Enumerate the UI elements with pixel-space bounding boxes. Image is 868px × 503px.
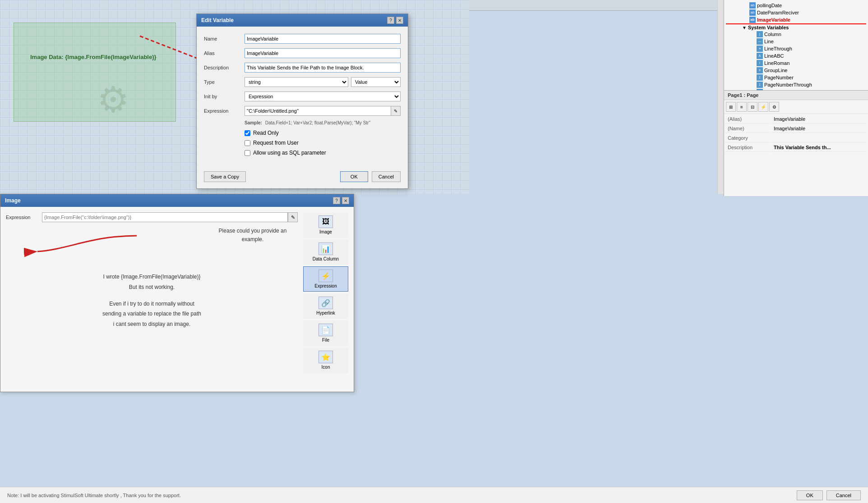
description-input[interactable] bbox=[245, 63, 401, 73]
requestuser-checkbox[interactable] bbox=[245, 140, 250, 146]
props-tool-lightning[interactable]: ⚡ bbox=[758, 102, 768, 112]
dialog-help-button[interactable]: ? bbox=[387, 17, 394, 24]
requestuser-row: Request from User bbox=[204, 140, 401, 146]
bottom-bar: Note: I will be activating StimulSoft Ul… bbox=[0, 487, 868, 503]
image-dialog-left: Expression ✎ Please could you provide an… bbox=[6, 212, 298, 373]
value-select[interactable]: Value List Range bbox=[351, 77, 401, 87]
type-selects: string int float bool datetime image Val… bbox=[245, 77, 401, 87]
groupLine-icon: # bbox=[757, 67, 763, 73]
ok-button[interactable]: OK bbox=[340, 171, 368, 182]
image-type-file-label: File bbox=[322, 338, 329, 343]
image-help-button[interactable]: ? bbox=[333, 197, 340, 204]
alias-input[interactable] bbox=[245, 48, 401, 58]
edit-variable-dialog: Edit Variable ? ✕ Name Alias Description… bbox=[196, 14, 408, 189]
properties-header: Page1 : Page bbox=[724, 91, 868, 100]
image-dialog: Image ? ✕ Expression ✎ bbox=[0, 194, 354, 392]
wrote-text: I wrote {Image.FromFile(ImageVariable)} … bbox=[6, 272, 298, 293]
image-icon: 🖼 bbox=[319, 215, 333, 228]
alias-label: Alias bbox=[204, 50, 245, 56]
icon-icon: ⭐ bbox=[319, 351, 333, 363]
image-close-button[interactable]: ✕ bbox=[342, 197, 349, 204]
props-tool-sort[interactable]: ⊞ bbox=[726, 102, 736, 112]
prop-row-alias: (Alias) ImageVariable bbox=[725, 115, 867, 123]
image-type-file[interactable]: 📄 File bbox=[303, 320, 348, 346]
tree-item-pageNumber[interactable]: 1 PageNumber bbox=[726, 74, 866, 81]
image-type-icon[interactable]: ⭐ Icon bbox=[303, 348, 348, 373]
cancel-button[interactable]: Cancel bbox=[372, 171, 401, 182]
image-type-datacolumn-label: Data Column bbox=[313, 256, 339, 261]
props-tool-grid[interactable]: ⊟ bbox=[748, 102, 757, 112]
dialog-close-button[interactable]: ✕ bbox=[396, 17, 403, 24]
tree-item-imageVariable[interactable]: ab ImageVariable bbox=[726, 16, 866, 24]
tree-item-column[interactable]: | Column bbox=[726, 31, 866, 38]
tree-item-groupLine[interactable]: # GroupLine bbox=[726, 67, 866, 74]
image-expression-row: Expression ✎ bbox=[6, 212, 298, 222]
expression-edit-button[interactable]: ✎ bbox=[391, 106, 401, 116]
image-block-label: Image Data: {Image.FromFile(ImageVariabl… bbox=[30, 54, 157, 60]
tree-item-lineRoman[interactable]: I LineRoman bbox=[726, 59, 866, 67]
requestuser-label: Request from User bbox=[253, 140, 299, 146]
var-icon-2: ab bbox=[749, 9, 756, 16]
allowsql-checkbox[interactable] bbox=[245, 150, 250, 156]
initby-select[interactable]: Expression Value None bbox=[245, 91, 401, 101]
footer-right-buttons: OK Cancel bbox=[340, 171, 401, 182]
type-row: Type string int float bool datetime imag… bbox=[204, 77, 401, 87]
tree-item-systemVariables[interactable]: ▼ System Variables bbox=[726, 24, 866, 31]
properties-toolbar: ⊞ ≡ ⊟ ⚡ ⚙ bbox=[724, 100, 868, 114]
edit-variable-footer: Save a Copy OK Cancel bbox=[197, 167, 408, 188]
allowsql-label: Allow using as SQL parameter bbox=[253, 150, 326, 156]
type-select[interactable]: string int float bool datetime image bbox=[245, 77, 348, 87]
prop-value-name: ImageVariable bbox=[771, 124, 867, 133]
image-expression-btn[interactable]: ✎ bbox=[288, 212, 298, 222]
bottom-buttons: OK Cancel bbox=[797, 490, 861, 500]
bottom-ok-button[interactable]: OK bbox=[797, 490, 823, 500]
prop-label-alias: (Alias) bbox=[725, 115, 770, 123]
image-dialog-title: Image bbox=[5, 197, 21, 204]
image-type-panel: 🖼 Image 📊 Data Column ⚡ Expression 🔗 Hyp… bbox=[303, 212, 348, 373]
expression-input[interactable] bbox=[245, 106, 401, 116]
file-icon: 📄 bbox=[319, 324, 333, 336]
props-tool-gear[interactable]: ⚙ bbox=[769, 102, 779, 112]
prop-row-category: Category bbox=[725, 134, 867, 142]
allowsql-row: Allow using as SQL parameter bbox=[204, 150, 401, 156]
var-icon: ab bbox=[749, 2, 756, 9]
props-tool-list[interactable]: ≡ bbox=[737, 102, 747, 112]
expression-row: Expression ✎ bbox=[204, 106, 401, 116]
tree-item-pollingDate[interactable]: ab pollingDate bbox=[726, 2, 866, 9]
prop-value-alias: ImageVariable bbox=[771, 115, 867, 123]
initby-label: Init by bbox=[204, 94, 245, 99]
tree-item-dateParamReciver[interactable]: ab DateParamReciver bbox=[726, 9, 866, 16]
image-expression-input[interactable] bbox=[42, 212, 288, 222]
tree-item-lineABC[interactable]: A LineABC bbox=[726, 52, 866, 59]
properties-panel: Page1 : Page ⊞ ≡ ⊟ ⚡ ⚙ (Alias) ImageVari… bbox=[724, 90, 868, 196]
scrollbar-vertical[interactable] bbox=[717, 0, 724, 194]
prop-row-name: (Name) ImageVariable bbox=[725, 124, 867, 133]
image-dialog-controls: ? ✕ bbox=[333, 197, 349, 204]
save-copy-button[interactable]: Save a Copy bbox=[204, 171, 246, 182]
edit-variable-title: Edit Variable bbox=[201, 17, 234, 23]
type-label: Type bbox=[204, 79, 245, 85]
description-label: Description bbox=[204, 65, 245, 70]
image-type-icon-label: Icon bbox=[322, 365, 330, 370]
image-dialog-body: Expression ✎ Please could you provide an… bbox=[0, 207, 354, 378]
name-input[interactable] bbox=[245, 34, 401, 44]
description-row: Description bbox=[204, 63, 401, 73]
linethrough-icon: ≡ bbox=[757, 46, 763, 52]
image-type-hyperlink[interactable]: 🔗 Hyperlink bbox=[303, 293, 348, 319]
expression-label: Expression bbox=[204, 108, 245, 114]
alias-row: Alias bbox=[204, 48, 401, 58]
image-type-datacolumn[interactable]: 📊 Data Column bbox=[303, 239, 348, 265]
tree-item-line[interactable]: — Line bbox=[726, 38, 866, 45]
bottom-cancel-button[interactable]: Cancel bbox=[826, 490, 861, 500]
readonly-checkbox[interactable] bbox=[245, 130, 250, 136]
tree-item-pageNumberThrough[interactable]: 1 PageNumberThrough bbox=[726, 81, 866, 88]
image-type-expression[interactable]: ⚡ Expression bbox=[303, 266, 348, 292]
red-arrow-svg bbox=[24, 227, 159, 263]
tree-item-lineThrough[interactable]: ≡ LineThrough bbox=[726, 45, 866, 52]
pageNumThrough-icon: 1 bbox=[757, 82, 763, 88]
var-icon-3: ab bbox=[749, 17, 756, 23]
properties-table: (Alias) ImageVariable (Name) ImageVariab… bbox=[724, 114, 868, 153]
hyperlink-icon: 🔗 bbox=[319, 297, 333, 309]
image-expression-label: Expression bbox=[6, 215, 42, 220]
image-type-image[interactable]: 🖼 Image bbox=[303, 212, 348, 238]
